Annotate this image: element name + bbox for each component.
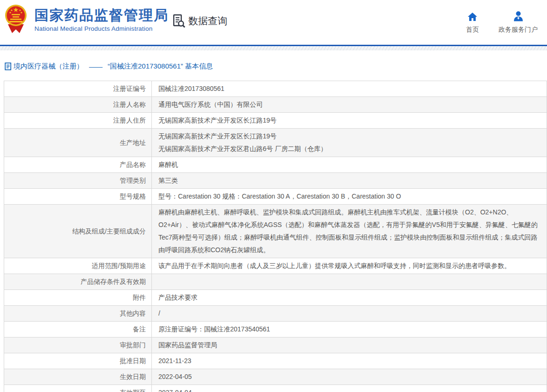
table-row: 其他内容 / (4, 306, 547, 322)
row-label: 生产地址 (4, 129, 152, 157)
nav-home[interactable]: 首页 (466, 11, 479, 34)
breadcrumb-separator: —— (89, 62, 102, 70)
person-icon (513, 11, 524, 21)
table-row: 型号规格 型号：Carestation 30 规格：Carestation 30… (4, 189, 547, 205)
table-row: 注册人住所 无锡国家高新技术产业开发区长江路19号 (4, 113, 547, 129)
registration-info-table: 注册证编号 国械注准20173080561 注册人名称 通用电气医疗系统（中国）… (4, 81, 547, 392)
national-emblem-icon (5, 4, 27, 35)
row-label: 有效期至 (4, 385, 152, 392)
row-value: 产品技术要求 (152, 290, 547, 306)
row-value: 麻醉机 (152, 157, 547, 173)
site-title-zh: 国家药品监督管理局 (34, 7, 169, 23)
row-label: 管理类别 (4, 173, 152, 189)
row-value: 无锡国家高新技术产业开发区长江路19号 (152, 113, 547, 129)
table-row: 注册证编号 国械注准20173080561 (4, 81, 547, 97)
table-row: 管理类别 第三类 (4, 173, 547, 189)
row-label: 批准日期 (4, 353, 152, 369)
row-label: 备注 (4, 322, 152, 337)
row-label: 生效日期 (4, 369, 152, 385)
document-icon (5, 62, 12, 70)
row-label: 适用范围/预期用途 (4, 258, 152, 274)
row-label: 型号规格 (4, 189, 152, 205)
row-label: 注册证编号 (4, 81, 152, 97)
row-label: 结构及组成/主要组成成分 (4, 205, 152, 258)
table-row: 适用范围/预期用途 该产品用于在手术期间向患者（成人及三岁以上儿童）提供常规吸入… (4, 258, 547, 274)
row-value: 通用电气医疗系统（中国）有限公司 (152, 97, 547, 113)
table-row: 生产地址 无锡国家高新技术产业开发区长江路19号 无锡国家高新技术产业开发区君山… (4, 129, 547, 157)
row-value: 该产品用于在手术期间向患者（成人及三岁以上儿童）提供常规吸入式麻醉和呼吸支持，同… (152, 258, 547, 274)
data-query-label: 数据查询 (188, 14, 227, 28)
row-value: 第三类 (152, 173, 547, 189)
row-value: 型号：Carestation 30 规格：Carestation 30 A，Ca… (152, 189, 547, 205)
row-value (152, 274, 547, 290)
page-title: “国械注准20173080561” 基本信息 (108, 62, 213, 71)
home-icon (467, 11, 478, 21)
site-header: 国家药品监督管理局 National Medical Products Admi… (0, 0, 547, 45)
table-row: 产品名称 麻醉机 (4, 157, 547, 173)
nav-home-label: 首页 (466, 26, 479, 34)
row-label: 其他内容 (4, 306, 152, 322)
breadcrumb: 境内医疗器械（注册） —— “国械注准20173080561” 基本信息 (5, 62, 547, 71)
row-label: 附件 (4, 290, 152, 306)
row-value: 麻醉机由麻醉机主机、麻醉呼吸机、监护模块和集成式回路组成。麻醉机主机由推车式机架… (152, 205, 547, 258)
row-label: 注册人住所 (4, 113, 152, 129)
site-name-block: 国家药品监督管理局 National Medical Products Admi… (34, 7, 169, 32)
table-row: 附件 产品技术要求 (4, 290, 547, 306)
row-value: 2021-11-23 (152, 353, 547, 369)
site-title-en: National Medical Products Administration (34, 25, 169, 32)
row-label: 注册人名称 (4, 97, 152, 113)
row-value: 国械注准20173080561 (152, 81, 547, 97)
row-value: 2022-04-05 (152, 369, 547, 385)
breadcrumb-section[interactable]: 境内医疗器械（注册） (14, 62, 83, 71)
row-value: / (152, 306, 547, 322)
site-logo[interactable]: 国家药品监督管理局 National Medical Products Admi… (5, 4, 169, 35)
header-hatch-band (0, 46, 547, 50)
table-row: 批准日期 2021-11-23 (4, 353, 547, 369)
data-query-nav[interactable]: 数据查询 (171, 14, 227, 28)
row-value: 2027-04-04 (152, 385, 547, 392)
nav-portal[interactable]: 政务服务门户 (499, 11, 538, 34)
nav-portal-label: 政务服务门户 (499, 26, 538, 34)
table-row: 结构及组成/主要组成成分 麻醉机由麻醉机主机、麻醉呼吸机、监护模块和集成式回路组… (4, 205, 547, 258)
table-row: 备注 原注册证编号：国械注准20173540561 (4, 322, 547, 337)
row-label: 审批部门 (4, 337, 152, 353)
row-label: 产品名称 (4, 157, 152, 173)
table-row: 生效日期 2022-04-05 (4, 369, 547, 385)
document-search-icon (171, 14, 186, 28)
table-row: 有效期至 2027-04-04 (4, 385, 547, 392)
table-row: 审批部门 国家药品监督管理局 (4, 337, 547, 353)
row-value: 无锡国家高新技术产业开发区长江路19号 无锡国家高新技术产业开发区君山路6号 厂… (152, 129, 547, 157)
header-right-nav: 首页 政务服务门户 (466, 11, 538, 34)
table-row: 产品储存条件及有效期 (4, 274, 547, 290)
table-row: 注册人名称 通用电气医疗系统（中国）有限公司 (4, 97, 547, 113)
row-value: 国家药品监督管理局 (152, 337, 547, 353)
row-label: 产品储存条件及有效期 (4, 274, 152, 290)
row-value: 原注册证编号：国械注准20173540561 (152, 322, 547, 337)
